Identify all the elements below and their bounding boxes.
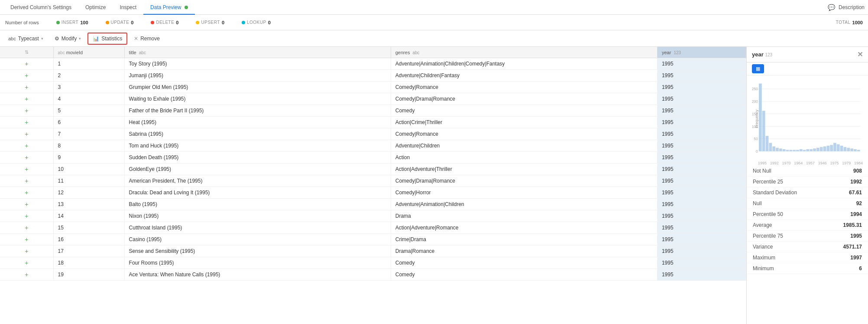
row-add-icon[interactable]: + (0, 199, 53, 210)
remove-button[interactable]: ✕ Remove (129, 33, 165, 45)
table-row: + 3 Grumpier Old Men (1995) Comedy|Roman… (0, 82, 746, 93)
y-axis-label: Frequency (755, 110, 759, 128)
svg-rect-41 (857, 150, 860, 151)
upsert-stat: UPSERT 0 (196, 20, 224, 25)
row-add-icon[interactable]: + (0, 210, 53, 222)
stat-value: 1997 (850, 255, 862, 261)
cell-year: 1995 (657, 164, 746, 175)
row-add-icon[interactable]: + (0, 175, 53, 187)
table-row: + 1 Toy Story (1995) Adventure|Animation… (0, 58, 746, 70)
cell-title: Sudden Death (1995) (124, 152, 391, 164)
cell-year: 1995 (657, 70, 746, 82)
row-add-icon[interactable]: + (0, 222, 53, 234)
close-stats-button[interactable]: ✕ (857, 50, 863, 59)
col-header-genres[interactable]: genres abc (391, 47, 657, 58)
cell-year: 1995 (657, 152, 746, 164)
description-label[interactable]: Description (839, 4, 865, 10)
stats-row: Percentile 25 1992 (747, 177, 868, 187)
row-add-icon[interactable]: + (0, 245, 53, 257)
col-header-title[interactable]: title abc (124, 47, 391, 58)
cell-genres: Comedy|Horror (391, 187, 657, 199)
table-row: + 10 GoldenEye (1995) Action|Adventure|T… (0, 164, 746, 175)
table-row: + 4 Waiting to Exhale (1995) Comedy|Dram… (0, 93, 746, 105)
stats-row: Null 92 (747, 198, 868, 209)
row-add-icon[interactable]: + (0, 82, 53, 93)
svg-text:250: 250 (752, 87, 758, 91)
delete-value: 0 (176, 20, 178, 25)
row-add-icon[interactable]: + (0, 140, 53, 152)
stats-table: Not Null 908 Percentile 25 1992 Standard… (747, 162, 868, 278)
modify-button[interactable]: ⚙ Modify ▾ (50, 33, 86, 45)
table-row: + 19 Ace Ventura: When Nature Calls (199… (0, 269, 746, 281)
main-area: ⇅ abc movieId title abc genres abc year … (0, 47, 868, 324)
update-label: UPDATE (111, 20, 130, 25)
cell-title: GoldenEye (1995) (124, 164, 391, 175)
tab-inspect[interactable]: Inspect (113, 0, 143, 15)
svg-rect-22 (793, 150, 796, 151)
cell-year: 1995 (657, 93, 746, 105)
svg-rect-37 (844, 147, 847, 151)
svg-rect-30 (820, 147, 823, 151)
cell-title: Jumanji (1995) (124, 70, 391, 82)
svg-rect-38 (847, 148, 850, 151)
col-header-year[interactable]: year 123 (657, 47, 746, 58)
typecast-button[interactable]: abc Typecast ▾ (3, 33, 48, 45)
row-add-icon[interactable]: + (0, 187, 53, 199)
row-add-icon[interactable]: + (0, 164, 53, 175)
cell-movieid: 3 (53, 82, 124, 93)
chevron-down-icon: ▾ (41, 36, 43, 41)
cell-title: American President, The (1995) (124, 175, 391, 187)
total-label: TOTAL (836, 20, 851, 25)
cell-year: 1995 (657, 140, 746, 152)
table-body: + 1 Toy Story (1995) Adventure|Animation… (0, 58, 746, 281)
row-add-icon[interactable]: + (0, 257, 53, 269)
cell-movieid: 6 (53, 117, 124, 128)
col-header-sort[interactable]: ⇅ (0, 47, 53, 58)
svg-rect-26 (806, 149, 810, 151)
tab-optimize[interactable]: Optimize (78, 0, 113, 15)
row-add-icon[interactable]: + (0, 117, 53, 128)
row-add-icon[interactable]: + (0, 234, 53, 245)
cell-year: 1995 (657, 222, 746, 234)
cell-genres: Comedy|Romance (391, 82, 657, 93)
row-add-icon[interactable]: + (0, 105, 53, 117)
stat-value: 1995 (850, 233, 862, 239)
tab-derived-settings[interactable]: Derived Column's Settings (3, 0, 78, 15)
col-header-movieid[interactable]: abc movieId (53, 47, 124, 58)
table-row: + 16 Casino (1995) Crime|Drama 1995 (0, 234, 746, 245)
chart-tab-histogram[interactable]: ▦ (752, 64, 764, 73)
table-row: + 12 Dracula: Dead and Loving It (1995) … (0, 187, 746, 199)
svg-rect-33 (830, 145, 833, 151)
insert-stat: INSERT 100 (56, 20, 88, 25)
close-icon: ✕ (134, 36, 138, 42)
row-add-icon[interactable]: + (0, 93, 53, 105)
col-type-title: abc (139, 50, 146, 55)
chart-tabs: ▦ (747, 62, 868, 75)
statistics-button[interactable]: 📊 Statistics (87, 33, 127, 45)
lookup-value: 0 (268, 20, 271, 25)
top-nav: Derived Column's Settings Optimize Inspe… (0, 0, 868, 15)
cell-genres: Adventure|Children|Fantasy (391, 70, 657, 82)
cell-title: Waiting to Exhale (1995) (124, 93, 391, 105)
data-table: ⇅ abc movieId title abc genres abc year … (0, 47, 746, 281)
delete-stat: DELETE 0 (151, 20, 178, 25)
row-add-icon[interactable]: + (0, 70, 53, 82)
cell-title: Casino (1995) (124, 234, 391, 245)
row-add-icon[interactable]: + (0, 128, 53, 140)
x-axis-labels: 199519921970196419571946197519791984 (752, 161, 863, 165)
row-add-icon[interactable]: + (0, 269, 53, 281)
svg-rect-21 (789, 150, 792, 151)
cell-movieid: 11 (53, 175, 124, 187)
row-add-icon[interactable]: + (0, 58, 53, 70)
cell-genres: Adventure|Animation|Children (391, 199, 657, 210)
svg-rect-34 (833, 143, 836, 151)
stat-label: Percentile 25 (753, 179, 783, 185)
stats-row: Minimum 6 (747, 263, 868, 274)
svg-rect-14 (766, 136, 769, 151)
data-table-area[interactable]: ⇅ abc movieId title abc genres abc year … (0, 47, 747, 324)
modify-icon: ⚙ (55, 36, 59, 42)
svg-rect-29 (816, 148, 819, 151)
stat-label: Not Null (753, 168, 771, 174)
tab-data-preview[interactable]: Data Preview (143, 0, 195, 15)
row-add-icon[interactable]: + (0, 152, 53, 164)
